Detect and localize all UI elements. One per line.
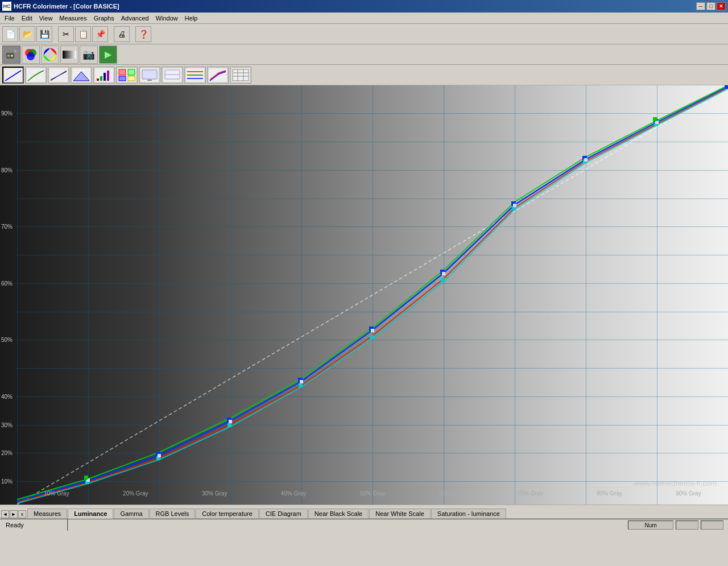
svg-point-7 [27, 52, 35, 60]
cut-button[interactable]: ✂ [58, 26, 74, 42]
tab-next-button[interactable]: ► [10, 510, 18, 518]
svg-rect-61 [370, 335, 374, 339]
minimize-button[interactable]: ─ [696, 2, 705, 10]
graph-table-button[interactable] [230, 67, 251, 84]
menu-edit[interactable]: Edit [18, 14, 36, 23]
svg-rect-75 [84, 476, 88, 480]
svg-rect-22 [104, 73, 106, 81]
x-label-40: 40% Gray [281, 490, 306, 497]
tab-gamma[interactable]: Gamma [114, 509, 148, 518]
play-button[interactable]: ▶ [99, 46, 117, 64]
rgb-button[interactable] [22, 46, 40, 64]
svg-rect-28 [128, 76, 135, 81]
maximize-button[interactable]: □ [706, 2, 715, 10]
graph-luminance-button[interactable] [2, 67, 24, 84]
menu-graphs[interactable]: Graphs [90, 14, 118, 23]
x-label-10: 10% Gray [44, 490, 69, 497]
close-button[interactable]: ✕ [717, 2, 726, 10]
tab-saturation[interactable]: Saturation - luminance [431, 509, 506, 518]
print-button[interactable]: 🖨 [114, 26, 130, 42]
x-label-30: 30% Gray [202, 490, 227, 497]
status-indicator3 [701, 520, 723, 530]
graph-display2-button[interactable] [162, 67, 183, 84]
graph-rgb-button[interactable] [48, 67, 69, 84]
tab-luminance[interactable]: Luminance [68, 509, 113, 519]
status-ready: Ready [0, 519, 68, 531]
menu-view[interactable]: View [36, 14, 56, 23]
svg-rect-25 [119, 69, 126, 75]
menu-advanced[interactable]: Advanced [118, 14, 152, 23]
status-indicator2 [676, 520, 698, 530]
y-label-10: 10% [1, 478, 13, 485]
paste-button[interactable]: 📌 [92, 26, 108, 42]
new-button[interactable]: 📄 [2, 26, 18, 42]
menu-file[interactable]: File [1, 14, 18, 23]
y-label-50: 50% [1, 337, 13, 343]
tab-rgb-levels[interactable]: RGB Levels [150, 509, 196, 518]
svg-point-4 [14, 50, 16, 52]
svg-rect-56 [725, 85, 728, 89]
svg-rect-21 [100, 76, 102, 81]
svg-rect-67 [158, 454, 161, 457]
tab-navigation[interactable]: ◄ ► x [1, 510, 26, 518]
toolbar-standard: 📄 📂 💾 ✂ 📋 📌 🖨 ❓ [0, 24, 728, 44]
menu-window[interactable]: Window [152, 14, 181, 23]
svg-point-9 [48, 52, 52, 57]
svg-rect-69 [300, 380, 303, 383]
svg-rect-70 [371, 329, 374, 332]
camera-button[interactable]: 📷 [80, 46, 98, 64]
tab-measures[interactable]: Measures [27, 509, 67, 518]
graph-mountain-button[interactable] [71, 67, 92, 84]
graph-lines-button[interactable] [184, 67, 206, 84]
tab-near-black[interactable]: Near Black Scale [308, 509, 369, 518]
status-bar: Ready Num [0, 518, 728, 531]
gradient-button[interactable] [60, 46, 78, 64]
toolbar-graphtype [0, 65, 728, 85]
x-label-70: 70% Gray [518, 490, 543, 497]
tab-end-button[interactable]: x [18, 510, 26, 518]
x-label-60: 60% Gray [439, 490, 464, 497]
titlebar: HC HCFR Colorimeter - [Color BASICE] ─ □… [0, 0, 728, 13]
svg-rect-23 [107, 71, 109, 81]
menu-measures[interactable]: Measures [56, 14, 90, 23]
y-label-80: 80% [1, 167, 13, 173]
svg-line-46 [17, 85, 728, 505]
svg-point-2 [11, 55, 13, 57]
watermark: www.homecinema-fr.com [634, 479, 717, 487]
menubar: File Edit View Measures Graphs Advanced … [0, 13, 728, 24]
help-button[interactable]: ❓ [135, 26, 151, 42]
svg-rect-10 [63, 51, 76, 59]
y-label-30: 30% [1, 422, 13, 428]
tab-cie-diagram[interactable]: CIE Diagram [259, 509, 308, 518]
svg-rect-71 [442, 272, 445, 275]
svg-rect-27 [119, 76, 126, 81]
x-label-50: 50% Gray [360, 490, 385, 497]
app-icon: HC [2, 2, 11, 11]
x-label-90: 90% Gray [676, 490, 701, 497]
y-label-40: 40% [1, 393, 13, 399]
svg-rect-76 [653, 117, 657, 121]
open-button[interactable]: 📂 [19, 26, 35, 42]
status-indicators: Num [628, 520, 728, 530]
copy-button[interactable]: 📋 [75, 26, 91, 42]
x-label-80: 80% Gray [597, 490, 622, 497]
graph-color-button[interactable] [116, 67, 138, 84]
tab-color-temperature[interactable]: Color temperature [196, 509, 259, 518]
colorwheel-button[interactable] [41, 46, 59, 64]
svg-rect-59 [228, 423, 231, 427]
menu-help[interactable]: Help [181, 14, 201, 23]
sensor-button[interactable] [2, 46, 20, 64]
svg-rect-40 [231, 68, 250, 82]
tab-near-white[interactable]: Near White Scale [369, 509, 431, 518]
graph-display-button[interactable] [139, 67, 160, 84]
titlebar-buttons[interactable]: ─ □ ✕ [696, 2, 726, 10]
save-button[interactable]: 💾 [36, 26, 52, 42]
x-label-20: 20% Gray [123, 490, 148, 497]
graph-multiline-button[interactable] [207, 67, 229, 84]
graph-bar-button[interactable] [93, 67, 115, 84]
y-label-60: 60% [1, 280, 13, 286]
titlebar-left: HC HCFR Colorimeter - [Color BASICE] [2, 2, 119, 11]
graph-gamma-button[interactable] [25, 67, 47, 84]
app-title: HCFR Colorimeter - [Color BASICE] [14, 3, 119, 10]
tab-prev-button[interactable]: ◄ [1, 510, 9, 518]
